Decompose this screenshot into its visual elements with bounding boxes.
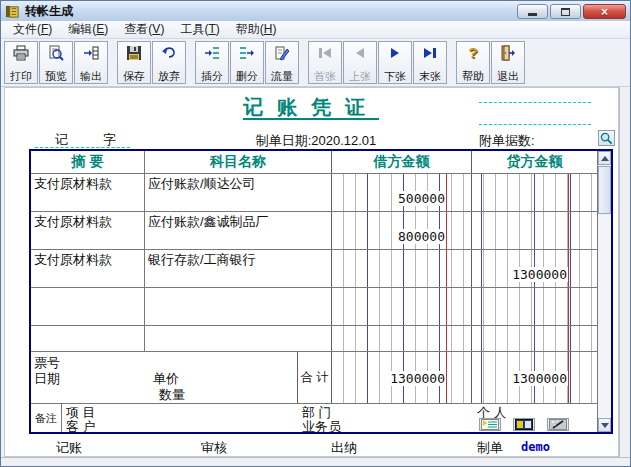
menu-tools[interactable]: 工具(T): [172, 20, 227, 39]
voucher-word-suffix: 字: [103, 131, 116, 149]
cell-debit[interactable]: [331, 326, 471, 351]
menubar: 文件(F) 编辑(E) 查看(V) 工具(T) 帮助(H): [1, 21, 630, 39]
menu-view[interactable]: 查看(V): [116, 20, 172, 39]
preview-icon: [48, 44, 64, 61]
salesperson-label[interactable]: 业务员: [302, 418, 341, 432]
right-frame: [619, 87, 631, 457]
exit-icon: [500, 44, 516, 61]
table-row: [31, 325, 597, 351]
cell-credit[interactable]: [471, 212, 597, 249]
card-icon: [515, 419, 533, 430]
cell-credit[interactable]: [471, 174, 597, 211]
ledger-book-icon: [5, 4, 20, 19]
cell-account[interactable]: [144, 288, 331, 325]
cell-debit[interactable]: 500000: [331, 174, 471, 211]
first-voucher-button[interactable]: 首张: [308, 41, 342, 84]
lookup-button[interactable]: [598, 130, 615, 146]
cell-debit[interactable]: 800000: [331, 212, 471, 249]
save-button[interactable]: 保存: [117, 41, 151, 84]
scrollbar-thumb[interactable]: [598, 166, 611, 214]
cell-debit[interactable]: [331, 250, 471, 287]
table-row: 支付原材料款 应付账款/顺达公司 500000: [31, 173, 597, 211]
cell-credit[interactable]: [471, 326, 597, 351]
voucher-word-field[interactable]: 记 字: [35, 131, 130, 148]
date-label: 日期: [34, 370, 60, 388]
bookkeeping-label: 记账: [56, 439, 82, 457]
minimize-button[interactable]: [517, 4, 548, 19]
magnifier-icon: [600, 132, 613, 145]
close-button[interactable]: ×: [583, 4, 626, 19]
wand-icon: [549, 419, 567, 430]
ticket-info-cell: 票号 日期 单价 数量: [31, 352, 297, 403]
arrow-down-icon: [601, 423, 609, 428]
remarks-body: 项 目 客 户 部 门 业务员 个 人: [61, 404, 597, 432]
scroll-up-button[interactable]: [598, 151, 611, 165]
scroll-down-button[interactable]: [598, 418, 611, 432]
voucher-word-prefix: 记: [55, 131, 68, 149]
next-voucher-button[interactable]: 下张: [378, 41, 412, 84]
attachments-label: 附单据数:: [479, 132, 535, 150]
delete-split-icon: [239, 44, 255, 61]
cell-summary[interactable]: [31, 326, 144, 351]
cell-summary[interactable]: 支付原材料款: [31, 250, 144, 287]
voucher-table-content: 摘 要 科目名称 借方金额 贷方金额 支付原材料款 应付账款/顺达公司 5000…: [31, 151, 597, 432]
menu-help[interactable]: 帮助(H): [228, 20, 285, 39]
header-account: 科目名称: [144, 151, 331, 173]
cell-credit[interactable]: 1300000: [471, 250, 597, 287]
last-voucher-button[interactable]: 末张: [413, 41, 447, 84]
wand-tool-button[interactable]: [547, 418, 569, 431]
restore-button[interactable]: [550, 4, 581, 19]
app-window: 转帐生成 × 文件(F) 编辑(E) 查看(V) 工具(T) 帮助(H) 打印 …: [0, 0, 631, 467]
flow-icon: [274, 44, 290, 61]
last-icon: [424, 44, 436, 61]
window-controls: ×: [517, 4, 626, 19]
remarks-label: 备注: [31, 404, 61, 432]
customer-label[interactable]: 客 户: [66, 418, 96, 432]
cell-account[interactable]: 应付账款/鑫诚制品厂: [144, 212, 331, 249]
table-row: 支付原材料款 应付账款/鑫诚制品厂 800000: [31, 211, 597, 249]
voucher-number-line: [479, 102, 591, 103]
voucher-date: 制单日期:2020.12.01: [231, 132, 401, 150]
cell-summary[interactable]: 支付原材料款: [31, 174, 144, 211]
export-icon: [83, 44, 99, 61]
audit-label: 审核: [201, 439, 227, 457]
flow-button[interactable]: 流量: [265, 41, 299, 84]
card-tool-button[interactable]: [513, 418, 535, 431]
toolbar: 打印 预览 输出 保存 放弃 插分 删分 流量: [1, 39, 630, 87]
header-credit: 贷方金额: [471, 151, 597, 173]
print-button[interactable]: 打印: [4, 41, 38, 84]
voucher-number-line: [479, 124, 591, 125]
menu-file[interactable]: 文件(F): [5, 20, 60, 39]
voucher-title: 记账凭证: [121, 94, 501, 121]
titlebar: 转帐生成 ×: [1, 1, 630, 21]
table-row: 支付原材料款 银行存款/工商银行 1300000: [31, 249, 597, 287]
notes-tool-button[interactable]: [479, 418, 501, 431]
preparer-value: demo: [521, 440, 550, 454]
undo-button[interactable]: 放弃: [152, 41, 186, 84]
first-icon: [319, 44, 331, 61]
preview-button[interactable]: 预览: [39, 41, 73, 84]
notes-icon: [481, 419, 499, 430]
cell-account[interactable]: 银行存款/工商银行: [144, 250, 331, 287]
total-row: 票号 日期 单价 数量 合 计 1300000 1300000: [31, 351, 597, 403]
total-debit-cell: 1300000: [331, 352, 471, 403]
cell-account[interactable]: [144, 326, 331, 351]
help-button[interactable]: ? 帮助: [456, 41, 490, 84]
prev-icon: [356, 44, 364, 61]
insert-split-button[interactable]: 插分: [195, 41, 229, 84]
cell-summary[interactable]: [31, 288, 144, 325]
insert-split-icon: [204, 44, 220, 61]
save-icon: [126, 44, 142, 61]
prev-voucher-button[interactable]: 上张: [343, 41, 377, 84]
restore-icon: [561, 8, 570, 16]
delete-split-button[interactable]: 删分: [230, 41, 264, 84]
cell-credit[interactable]: [471, 288, 597, 325]
exit-button[interactable]: 退出: [491, 41, 525, 84]
cell-account[interactable]: 应付账款/顺达公司: [144, 174, 331, 211]
cell-summary[interactable]: 支付原材料款: [31, 212, 144, 249]
next-icon: [391, 44, 399, 61]
menu-edit[interactable]: 编辑(E): [60, 20, 116, 39]
cell-debit[interactable]: [331, 288, 471, 325]
scrollbar-track[interactable]: [598, 214, 611, 418]
export-button[interactable]: 输出: [74, 41, 108, 84]
